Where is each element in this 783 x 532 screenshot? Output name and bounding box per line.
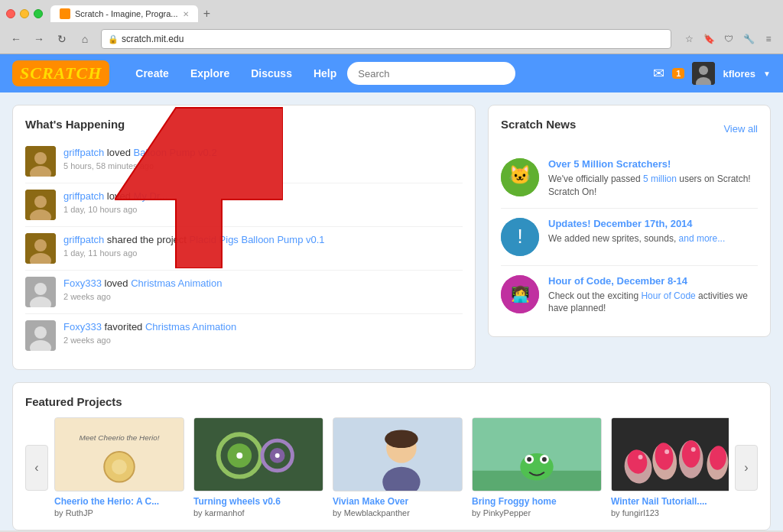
project-author-froggy: by PinkyPepper	[472, 508, 602, 517]
star-icon[interactable]: ☆	[681, 31, 697, 47]
menu-icon[interactable]: ≡	[760, 31, 777, 47]
main-content: What's Happening griffpatch loved Balloo…	[0, 92, 783, 382]
activity-item-2: griffpatch loved My Dr... 1 day, 10 hour…	[25, 183, 463, 227]
activity-content-1: griffpatch loved Balloon Pump v0.2 5 hou…	[63, 146, 217, 170]
hour-of-code-link[interactable]: Hour of Code	[641, 290, 695, 301]
svg-text:🐱: 🐱	[508, 164, 531, 186]
home-button[interactable]: ⌂	[75, 29, 95, 49]
svg-point-6	[34, 152, 47, 164]
griffpatch-avatar-2[interactable]	[25, 190, 56, 220]
balloon-pump-link[interactable]: Balloon Pump v0.2	[134, 147, 217, 158]
project-title-vivian[interactable]: Vivian Make Over	[333, 496, 463, 507]
message-badge[interactable]: 1	[672, 68, 684, 79]
griffpatch-link-2[interactable]: griffpatch	[63, 190, 104, 202]
news-item-3: 👩‍💻 Hour of Code, December 8-14 Check ou…	[501, 266, 758, 325]
project-thumb-wheels[interactable]	[193, 417, 323, 491]
christmas-anim-link-2[interactable]: Christmas Animation	[145, 321, 236, 332]
news-title-3[interactable]: Hour of Code, December 8-14	[548, 275, 758, 287]
browser-tab[interactable]: Scratch - Imagine, Progra... ✕	[50, 5, 198, 22]
project-card-froggy: Bring Froggy home by PinkyPepper	[472, 417, 602, 517]
news-item-2: ! Updates! December 17th, 2014 We added …	[501, 209, 758, 266]
whats-happening-card: What's Happening griffpatch loved Balloo…	[12, 105, 476, 370]
mail-icon[interactable]: ✉	[653, 65, 664, 82]
maximize-dot[interactable]	[34, 9, 43, 18]
activity-item-4: Foxy333 loved Christmas Animation 2 week…	[25, 271, 463, 314]
nav-create[interactable]: Create	[125, 54, 180, 92]
project-thumb-nails[interactable]	[611, 417, 729, 491]
scratch-logo[interactable]: SCRATCH	[12, 60, 109, 86]
view-all-link[interactable]: View all	[723, 123, 758, 135]
project-card-wheels: Turning wheels v0.6 by karmanhof	[193, 417, 323, 517]
project-thumb-vivian[interactable]	[333, 417, 463, 491]
svg-point-18	[34, 326, 47, 339]
svg-point-12	[34, 239, 47, 251]
mydr-link[interactable]: My Dr...	[134, 190, 168, 202]
project-title-wheels[interactable]: Turning wheels v0.6	[193, 496, 323, 507]
svg-point-1	[699, 66, 708, 75]
project-title-froggy[interactable]: Bring Froggy home	[472, 496, 602, 507]
foxy333-link-2[interactable]: Foxy333	[63, 321, 102, 332]
5million-link[interactable]: 5 million	[643, 174, 677, 184]
close-dot[interactable]	[6, 9, 15, 18]
foxy-avatar-2[interactable]	[25, 320, 56, 351]
project-card-nails: Winter Nail Tutoriall.... by fungirl123	[611, 417, 729, 517]
nav-help[interactable]: Help	[303, 54, 347, 92]
url-input[interactable]	[122, 34, 664, 44]
back-button[interactable]: ←	[6, 29, 26, 49]
browser-nav-bar: ← → ↻ ⌂ 🔒 ☆ 🔖 🛡 🔧 ≡	[0, 26, 783, 54]
foxy-avatar-1[interactable]	[25, 277, 56, 307]
featured-projects-list: Meet Cheerio the Herio! Cheerio the Heri…	[54, 417, 729, 517]
user-dropdown-arrow[interactable]: ▼	[763, 70, 771, 78]
svg-text:!: !	[517, 224, 522, 247]
project-title-nails[interactable]: Winter Nail Tutoriall....	[611, 496, 729, 507]
minimize-dot[interactable]	[20, 9, 29, 18]
svg-point-35	[236, 453, 242, 459]
bookmark-icon[interactable]: 🔖	[700, 31, 717, 47]
news-desc-3: Check out the exciting Hour of Code acti…	[548, 290, 758, 316]
griffpatch-link-1[interactable]: griffpatch	[63, 147, 104, 158]
placid-pigs-link[interactable]: Placid Pigs Balloon Pump v0.1	[190, 234, 325, 245]
new-tab-button[interactable]: +	[198, 5, 216, 23]
address-bar[interactable]: 🔒	[101, 29, 671, 49]
svg-text:Meet Cheerio the Herio!: Meet Cheerio the Herio!	[80, 433, 160, 442]
carousel-prev-button[interactable]: ‹	[25, 445, 48, 491]
browser-toolbar-icons: ☆ 🔖 🛡 🔧 ≡	[681, 31, 777, 47]
news-desc-1: We've officially passed 5 million users …	[548, 173, 758, 199]
project-author-nails: by fungirl123	[611, 508, 729, 517]
tab-title: Scratch - Imagine, Progra...	[75, 9, 178, 18]
project-thumb-cheerio[interactable]: Meet Cheerio the Herio!	[54, 417, 184, 491]
foxy333-link-1[interactable]: Foxy333	[63, 277, 102, 289]
tab-close-button[interactable]: ✕	[183, 10, 189, 18]
nav-explore[interactable]: Explore	[180, 54, 240, 92]
activity-content-2: griffpatch loved My Dr... 1 day, 10 hour…	[63, 190, 167, 214]
news-title-2[interactable]: Updates! December 17th, 2014	[548, 218, 758, 229]
griffpatch-avatar-1[interactable]	[25, 146, 56, 177]
reload-button[interactable]: ↻	[52, 29, 72, 49]
browser-titlebar: Scratch - Imagine, Progra... ✕ +	[0, 0, 783, 26]
tools-icon[interactable]: 🔧	[740, 31, 757, 47]
svg-text:👩‍💻: 👩‍💻	[511, 284, 530, 303]
forward-button[interactable]: →	[29, 29, 49, 49]
project-author-cheerio: by RuthJP	[54, 508, 184, 517]
project-title-cheerio[interactable]: Cheerio the Herio: A C...	[54, 496, 184, 507]
svg-point-59	[691, 447, 696, 452]
griffpatch-avatar-3[interactable]	[25, 233, 56, 264]
news-icon-updates: !	[501, 218, 539, 256]
carousel-next-button[interactable]: ›	[735, 445, 758, 491]
svg-point-55	[682, 440, 700, 468]
username-label[interactable]: kflores	[723, 68, 755, 79]
griffpatch-link-3[interactable]: griffpatch	[63, 234, 104, 245]
and-more-link[interactable]: and more...	[679, 233, 726, 244]
news-title-1[interactable]: Over 5 Million Scratchers!	[548, 158, 758, 170]
activity-item-3: griffpatch shared the project Placid Pig…	[25, 227, 463, 271]
news-content-1: Over 5 Million Scratchers! We've officia…	[548, 158, 758, 199]
nav-discuss[interactable]: Discuss	[240, 54, 303, 92]
user-avatar[interactable]	[692, 62, 715, 85]
svg-point-40	[385, 430, 417, 448]
christmas-anim-link-1[interactable]: Christmas Animation	[131, 277, 222, 289]
project-thumb-froggy[interactable]	[472, 417, 602, 491]
shield-icon[interactable]: 🛡	[720, 31, 737, 47]
activity-text-1: griffpatch loved Balloon Pump v0.2	[63, 146, 217, 160]
header-right: ✉ 1 kflores ▼	[653, 62, 771, 85]
search-input[interactable]	[347, 62, 515, 85]
